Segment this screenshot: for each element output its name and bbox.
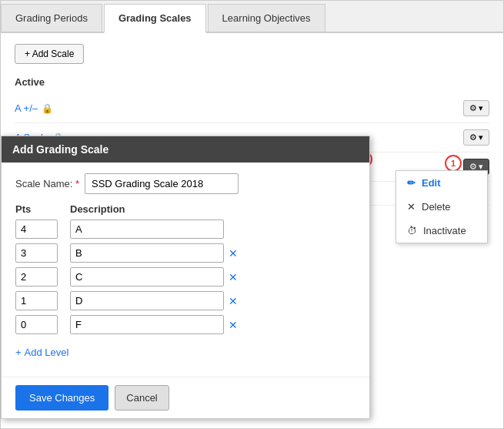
- pts-input-0[interactable]: [15, 220, 58, 239]
- add-level-link[interactable]: + Add Level: [15, 347, 355, 358]
- pts-desc-section: Pts Description ✕: [15, 203, 355, 339]
- save-changes-button[interactable]: Save Changes: [15, 385, 108, 411]
- modal-title: Add Grading Scale: [12, 143, 108, 156]
- desc-input-3[interactable]: [70, 291, 224, 310]
- chevron-icon-0: ▾: [479, 103, 483, 113]
- pts-input-2[interactable]: [15, 267, 58, 287]
- lock-icon-0: 🔒: [42, 103, 53, 114]
- desc-column: Description ✕ ✕ ✕: [70, 203, 355, 339]
- scale-name-0: A +/– 🔒: [15, 102, 53, 114]
- desc-input-4[interactable]: [70, 315, 224, 334]
- gear-button-0[interactable]: ⚙ ▾: [463, 100, 489, 116]
- chevron-icon-1: ▾: [479, 132, 483, 142]
- pts-input-4[interactable]: [15, 315, 58, 334]
- desc-row-1: ✕: [70, 243, 355, 263]
- desc-header: Description: [70, 203, 355, 215]
- edit-icon: ✏: [407, 177, 416, 189]
- modal-body: Scale Name: * Pts Description: [2, 163, 369, 377]
- add-scale-button[interactable]: + Add Scale: [15, 44, 84, 64]
- context-menu: ✏ Edit ✕ Delete ⏱ Inactivate: [396, 170, 488, 243]
- gear-icon-0: ⚙: [469, 103, 477, 113]
- gear-icon-1: ⚙: [469, 132, 477, 142]
- desc-row-0: [70, 220, 355, 239]
- inactivate-icon: ⏱: [407, 225, 417, 236]
- tab-grading-scales[interactable]: Grading Scales: [104, 4, 206, 33]
- desc-input-2[interactable]: [70, 267, 224, 287]
- add-grading-scale-modal: Add Grading Scale Scale Name: * Pts: [1, 136, 370, 419]
- main-container: Grading Periods Grading Scales Learning …: [0, 0, 504, 429]
- delete-icon: ✕: [407, 201, 416, 213]
- desc-input-0[interactable]: [70, 220, 224, 239]
- modal-header: Add Grading Scale: [2, 136, 369, 163]
- desc-row-2: ✕: [70, 267, 355, 287]
- pts-header: Pts: [15, 203, 58, 215]
- tab-grading-periods[interactable]: Grading Periods: [1, 4, 102, 32]
- remove-row-3[interactable]: ✕: [229, 295, 238, 307]
- desc-row-4: ✕: [70, 315, 355, 334]
- tab-bar: Grading Periods Grading Scales Learning …: [1, 1, 503, 33]
- desc-input-1[interactable]: [70, 243, 224, 263]
- modal-footer: Save Changes Cancel: [2, 377, 369, 418]
- badge-1: 1: [445, 155, 462, 172]
- cancel-button[interactable]: Cancel: [115, 385, 169, 411]
- tab-learning-objectives[interactable]: Learning Objectives: [208, 4, 325, 32]
- gear-button-1[interactable]: ⚙ ▾: [463, 129, 489, 146]
- context-menu-inactivate[interactable]: ⏱ Inactivate: [396, 219, 487, 243]
- remove-row-4[interactable]: ✕: [229, 319, 238, 331]
- scale-name-row: Scale Name: *: [15, 173, 355, 194]
- desc-row-3: ✕: [70, 291, 355, 310]
- pts-input-1[interactable]: [15, 243, 58, 263]
- plus-icon: +: [15, 347, 22, 358]
- remove-row-1[interactable]: ✕: [229, 247, 238, 260]
- active-section-label: Active: [15, 76, 489, 88]
- required-indicator: *: [75, 178, 79, 189]
- remove-row-2[interactable]: ✕: [229, 271, 238, 283]
- scale-name-label: Scale Name: *: [15, 178, 85, 189]
- context-menu-delete[interactable]: ✕ Delete: [396, 195, 487, 219]
- pts-input-3[interactable]: [15, 291, 58, 310]
- scale-name-input[interactable]: [85, 173, 239, 194]
- pts-column: Pts: [15, 203, 58, 339]
- scale-row-0: A +/– 🔒 ⚙ ▾: [15, 94, 489, 123]
- context-menu-edit[interactable]: ✏ Edit: [396, 171, 487, 195]
